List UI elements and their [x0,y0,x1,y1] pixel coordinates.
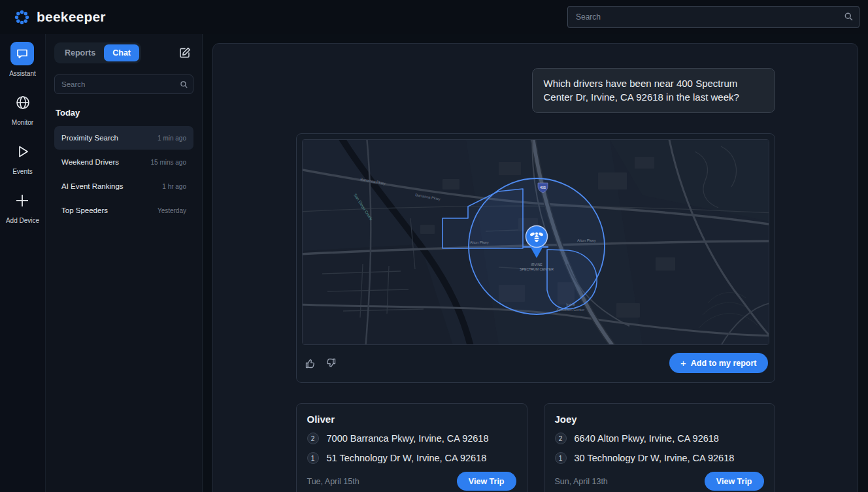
stop-address: 30 Technology Dr W, Irvine, CA 92618 [575,453,735,463]
conversation-panel: Which drivers have been near 400 Spectru… [212,43,858,492]
nav-rail: Assistant Monitor Events [0,34,46,492]
thumbs-down-icon[interactable] [325,357,337,369]
history-item-title: AI Event Rankings [61,182,124,190]
map-label: SPECTRUM CENTER [520,267,554,271]
map-label: Alton Pkwy [577,238,596,242]
list-item[interactable]: AI Event Rankings 1 hr ago [54,174,193,198]
stop-number-badge: 2 [307,433,319,444]
map-label: 405 [539,186,545,189]
driver-card-oliver: Oliver 2 7000 Barranca Pkwy, Irvine, CA … [296,403,527,492]
view-trip-button[interactable]: View Trip [457,472,516,491]
stop-address: 7000 Barranca Pkwy, Irvine, CA 92618 [327,433,489,444]
stop-number-badge: 2 [555,433,567,444]
stop-address: 6640 Alton Pkwy, Irvine, CA 92618 [575,433,719,444]
thumbs-up-icon[interactable] [305,357,316,369]
chat-history-search-input[interactable] [54,74,193,94]
map-label: Irvine [566,303,575,306]
stop-address: 51 Technology Dr W, Irvine, CA 92618 [327,453,487,463]
history-item-title: Top Speeders [61,206,108,214]
driver-name: Joey [555,414,764,425]
list-item[interactable]: Weekend Drivers 15 mins ago [54,150,193,174]
add-to-report-button[interactable]: + Add to my report [669,353,767,373]
history-item-title: Proximity Search [61,134,118,142]
list-item[interactable]: Top Speeders Yesterday [54,199,193,222]
history-item-time: Yesterday [158,207,186,214]
search-icon [844,12,854,24]
sidebar-item-assistant[interactable]: Assistant [9,42,36,77]
driver-results: Oliver 2 7000 Barranca Pkwy, Irvine, CA … [296,403,775,492]
globe-icon [11,91,35,114]
brand-name: beekeeper [37,9,106,25]
driver-name: Oliver [307,414,516,425]
chat-history-search [54,74,193,94]
chat-sidebar: Reports Chat Today Proximity Search 1 mi… [46,34,203,492]
assistant-response-card: 405 San Diego Creek Barranca Pkwy Barran… [296,133,775,383]
global-search [567,6,860,28]
history-item-time: 1 hr ago [162,183,186,190]
new-chat-compose-icon[interactable] [178,46,192,62]
play-icon [11,140,35,163]
table-row: 1 30 Technology Dr W, Irvine, CA 92618 [555,452,764,464]
sidebar-item-monitor[interactable]: Monitor [11,91,35,126]
sidebar-item-events[interactable]: Events [11,140,35,175]
beekeeper-hex-dots-icon [13,9,31,25]
tab-group: Reports Chat [54,42,141,63]
proximity-map[interactable]: 405 San Diego Creek Barranca Pkwy Barran… [302,139,769,345]
plus-icon [10,189,34,212]
table-row: 1 51 Technology Dr W, Irvine, CA 92618 [307,452,516,464]
stop-number-badge: 1 [555,452,567,464]
driver-card-joey: Joey 2 6640 Alton Pkwy, Irvine, CA 92618… [544,403,775,492]
add-to-report-label: Add to my report [691,359,757,368]
history-item-time: 15 mins ago [151,159,186,166]
sidebar-item-label: Add Device [6,217,39,224]
user-message-bubble: Which drivers have been near 400 Spectru… [532,68,775,113]
trip-date: Sun, April 13th [555,477,608,486]
history-section-label: Today [54,108,193,118]
list-item[interactable]: Proximity Search 1 min ago [54,126,193,150]
search-icon [180,80,188,91]
chat-bubble-icon [10,42,34,65]
table-row: 2 6640 Alton Pkwy, Irvine, CA 92618 [555,433,764,444]
global-search-input[interactable] [567,6,860,28]
view-trip-button[interactable]: View Trip [705,472,764,491]
map-label: IRVINE [531,263,542,267]
tab-chat[interactable]: Chat [104,44,139,61]
response-actions: + Add to my report [302,345,769,377]
sidebar-item-label: Assistant [9,70,36,77]
main-area: Which drivers have been near 400 Spectru… [203,34,868,492]
top-bar: beekeeper [0,0,868,34]
sidebar-item-label: Events [12,168,33,175]
history-list: Proximity Search 1 min ago Weekend Drive… [54,126,193,222]
history-item-time: 1 min ago [158,135,186,142]
history-item-title: Weekend Drivers [61,158,119,166]
plus-icon: + [680,358,686,368]
brand-logo[interactable]: beekeeper [0,9,106,25]
trip-date: Tue, April 15th [307,477,359,486]
map-label: Spectrum Center [556,308,584,312]
map-label: Alton Pkwy [470,240,489,244]
stop-number-badge: 1 [307,452,319,464]
table-row: 2 7000 Barranca Pkwy, Irvine, CA 92618 [307,433,516,444]
sidebar-item-add-device[interactable]: Add Device [6,189,39,224]
sidebar-item-label: Monitor [12,119,33,126]
tab-reports[interactable]: Reports [56,44,104,61]
